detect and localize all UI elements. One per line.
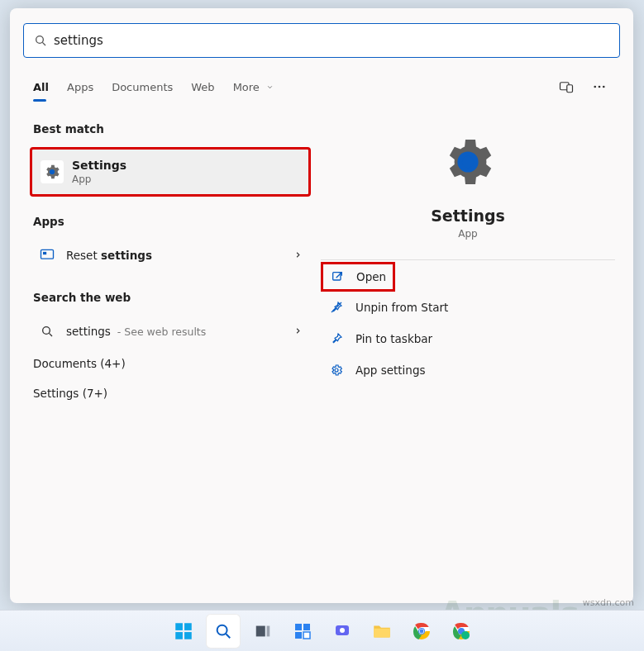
taskbar-chat[interactable] (325, 614, 360, 649)
action-open-wrapper: Open (321, 262, 615, 292)
svg-rect-24 (266, 625, 270, 636)
svg-rect-17 (175, 623, 183, 630)
search-input[interactable] (54, 33, 609, 48)
search-box[interactable] (23, 23, 620, 58)
svg-rect-3 (567, 85, 573, 93)
svg-point-21 (217, 625, 227, 634)
taskbar-widgets[interactable] (285, 614, 320, 649)
svg-point-13 (462, 156, 474, 168)
svg-rect-14 (333, 273, 341, 280)
action-pin-taskbar[interactable]: Pin to taskbar (321, 323, 615, 354)
svg-rect-9 (43, 252, 46, 254)
best-match-text: Settings App (72, 159, 126, 185)
svg-point-7 (50, 169, 55, 174)
detail-hero: Settings App (321, 122, 615, 240)
start-search-window: All Apps Documents Web More Best match (10, 8, 633, 603)
divider (321, 259, 615, 260)
taskbar-start[interactable] (166, 614, 201, 649)
row-label-bold: settings (101, 249, 152, 262)
svg-point-0 (36, 36, 44, 44)
tab-all[interactable]: All (33, 78, 49, 97)
svg-rect-18 (184, 623, 192, 630)
gear-icon (41, 160, 64, 183)
svg-point-38 (461, 631, 470, 639)
action-pin-taskbar-label: Pin to taskbar (355, 332, 432, 345)
gear-icon (329, 363, 344, 378)
svg-rect-19 (175, 632, 183, 639)
taskbar-explorer[interactable] (365, 614, 399, 649)
action-unpin-start[interactable]: Unpin from Start (321, 292, 615, 323)
content-area: Best match Settings App Apps Reset setti… (23, 122, 620, 408)
action-unpin-label: Unpin from Start (355, 301, 448, 314)
svg-point-16 (335, 368, 338, 372)
action-open[interactable]: Open (330, 269, 386, 284)
tab-web[interactable]: Web (191, 78, 214, 97)
svg-rect-26 (303, 624, 310, 630)
best-match-header: Best match (30, 122, 311, 135)
row-label-hint: - See web results (114, 326, 206, 338)
more-options-icon[interactable] (589, 76, 610, 97)
apps-header: Apps (30, 215, 311, 228)
documents-group[interactable]: Documents (4+) (30, 349, 311, 378)
search-icon (38, 322, 56, 340)
row-label-prefix: Reset (66, 249, 101, 262)
header-actions (556, 76, 610, 97)
row-label-term: settings (66, 325, 111, 338)
taskbar (0, 610, 644, 651)
gear-icon (438, 132, 498, 195)
unpin-icon (329, 300, 344, 315)
chevron-right-icon (293, 325, 303, 338)
web-result-settings[interactable]: settings - See web results (30, 314, 311, 349)
taskbar-chrome[interactable] (404, 614, 439, 649)
tab-more[interactable]: More (233, 78, 274, 97)
svg-rect-23 (255, 625, 265, 636)
system-icon (38, 246, 56, 264)
taskbar-taskview[interactable] (246, 614, 280, 649)
apps-result-reset-settings[interactable]: Reset settings (30, 238, 311, 273)
results-column: Best match Settings App Apps Reset setti… (23, 122, 311, 408)
svg-rect-27 (295, 632, 302, 639)
svg-point-4 (594, 86, 596, 88)
svg-line-1 (42, 42, 45, 45)
svg-point-35 (419, 629, 423, 633)
best-match-settings[interactable]: Settings App (30, 147, 311, 197)
detail-subtitle: App (458, 228, 477, 240)
watermark-text: wsxdn.com (583, 597, 634, 608)
share-across-devices-icon[interactable] (556, 76, 577, 97)
svg-rect-20 (184, 632, 192, 639)
chevron-down-icon (266, 81, 274, 93)
svg-line-11 (49, 333, 52, 336)
svg-rect-31 (374, 628, 390, 637)
chevron-right-icon (293, 249, 303, 262)
open-icon (330, 269, 345, 284)
search-web-header: Search the web (30, 291, 311, 304)
action-app-settings[interactable]: App settings (321, 354, 615, 386)
svg-point-5 (599, 86, 601, 88)
svg-rect-28 (303, 632, 310, 639)
svg-point-30 (340, 628, 345, 633)
taskbar-search[interactable] (206, 614, 241, 649)
tabs: All Apps Documents Web More (23, 73, 620, 101)
tab-more-label: More (233, 81, 260, 93)
best-match-title: Settings (72, 159, 126, 172)
svg-point-10 (43, 327, 50, 335)
detail-title: Settings (431, 207, 505, 225)
tab-documents[interactable]: Documents (112, 78, 173, 97)
svg-rect-25 (295, 624, 302, 630)
pin-icon (329, 331, 344, 346)
action-app-settings-label: App settings (355, 364, 426, 377)
svg-line-22 (226, 634, 230, 638)
taskbar-chrome-profile[interactable] (444, 614, 479, 649)
settings-group[interactable]: Settings (7+) (30, 378, 311, 408)
svg-line-15 (332, 302, 341, 312)
svg-point-6 (603, 86, 605, 88)
highlight-open: Open (321, 262, 395, 292)
row-label: Reset settings (66, 249, 152, 262)
search-icon (34, 34, 47, 47)
best-match-subtitle: App (72, 173, 126, 185)
tab-apps[interactable]: Apps (67, 78, 93, 97)
detail-column: Settings App Open Unpin (311, 122, 620, 408)
action-open-label: Open (356, 270, 386, 283)
svg-rect-8 (41, 249, 54, 259)
row-label: settings - See web results (66, 325, 206, 338)
